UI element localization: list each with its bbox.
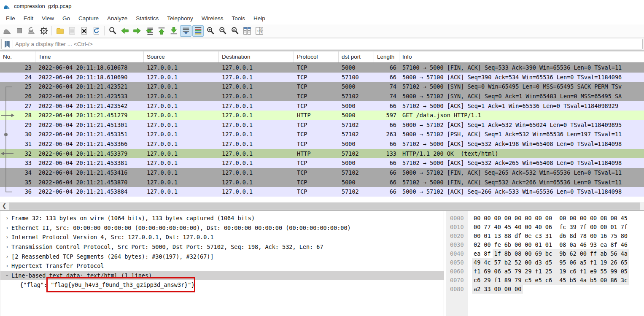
wireshark-fin-icon [3, 3, 11, 10]
menu-analyze[interactable]: Analyze [103, 14, 132, 23]
hex-offset-label: 0030 [446, 240, 468, 249]
title-bar: compression_gzip.pcap [0, 0, 644, 12]
column-header-no-[interactable]: No. [0, 51, 35, 62]
hex-row[interactable]: 002000011388df0ec331d68d7800167580 [446, 232, 644, 240]
packet-row[interactable]: 362022-06-04 20:11:21.453884127.0.0.1127… [0, 187, 644, 197]
detail-row[interactable]: ›Hypertext Transfer Protocol [0, 261, 444, 271]
display-filter-input[interactable] [15, 39, 641, 49]
capture-start-icon[interactable] [1, 25, 13, 37]
detail-row-flag-value[interactable]: {"flag": "flag{y0u_h4v3_f0und_th3_gzipp3… [0, 280, 444, 290]
zoom-out-icon[interactable] [217, 25, 228, 37]
detail-row[interactable]: ›Transmission Control Protocol, Src Port… [0, 242, 444, 252]
zoom-original-icon[interactable] [229, 25, 240, 37]
menu-edit[interactable]: Edit [19, 14, 38, 23]
column-header-protocol[interactable]: Protocol [294, 51, 339, 62]
close-file-icon[interactable] [78, 25, 90, 37]
hex-offset-label: 0050 [446, 258, 468, 267]
hex-row[interactable]: 0060f16906a57929f12519c6f1e9559905 [446, 267, 644, 276]
expander-closed-icon[interactable]: › [3, 244, 11, 250]
column-header-destination[interactable]: Destination [219, 51, 294, 62]
menu-file[interactable]: File [2, 14, 19, 23]
capture-options-icon[interactable] [38, 25, 49, 37]
packet-row[interactable]: 342022-06-04 20:11:21.453416127.0.0.1127… [0, 168, 644, 178]
expander-closed-icon[interactable]: › [3, 215, 11, 221]
hex-offset-label: 0070 [446, 276, 468, 285]
menu-help[interactable]: Help [249, 14, 269, 23]
detail-row[interactable]: ›Internet Protocol Version 4, Src: 127.0… [0, 232, 444, 242]
zoom-in-icon[interactable] [205, 25, 216, 37]
detail-row[interactable]: ›Ethernet II, Src: 00:00:00_00:00:00 (00… [0, 223, 444, 233]
packet-row[interactable]: 302022-06-04 20:11:21.453351127.0.0.1127… [0, 130, 644, 139]
menu-view[interactable]: View [38, 14, 58, 23]
hex-row[interactable]: 0070c629f18979c5e5c645b54ab500863c [446, 276, 644, 285]
packet-row[interactable]: 292022-06-04 20:11:21.451301127.0.0.1127… [0, 120, 644, 130]
reload-file-icon[interactable] [91, 25, 102, 37]
auto-scroll-toggle-icon[interactable] [180, 25, 191, 37]
capture-stop-icon[interactable] [13, 25, 25, 37]
hex-row[interactable]: 0050494c57b25200d3d59506a5f1192665 [446, 258, 644, 267]
display-filter-bar [0, 38, 644, 51]
toolbar-separator [51, 26, 52, 35]
detail-row[interactable]: ›[2 Reassembled TCP Segments (264 bytes)… [0, 251, 444, 261]
detail-row[interactable]: ›Frame 32: 133 bytes on wire (1064 bits)… [0, 213, 444, 223]
pane-layout-icon[interactable]: 123 [253, 25, 265, 37]
go-to-packet-icon[interactable] [143, 25, 155, 37]
hex-row[interactable]: 00300200fe6b00000101080a4693ea8f46 [446, 240, 644, 249]
detail-row[interactable]: ›Line-based text data: text/html (1 line… [0, 271, 444, 281]
menu-go[interactable]: Go [58, 14, 74, 23]
column-header-dst-port[interactable]: dst port [339, 51, 374, 62]
hex-row[interactable]: 00100077404540004006fc397f0000017f [446, 223, 644, 232]
hex-offset-label: 0080 [446, 285, 468, 294]
colorize-toggle-icon[interactable] [192, 25, 204, 37]
scrollbar-thumb[interactable] [9, 203, 640, 210]
filter-bookmark-icon[interactable] [3, 41, 11, 48]
hex-offset-label: 0040 [446, 249, 468, 258]
packet-row[interactable]: 312022-06-04 20:11:21.453366127.0.0.1127… [0, 139, 644, 149]
open-file-icon[interactable] [54, 25, 65, 37]
packet-row[interactable]: 322022-06-04 20:11:21.453379127.0.0.1127… [0, 149, 644, 159]
hex-row[interactable]: 0080a233000000 [446, 285, 644, 294]
column-header-source[interactable]: Source [144, 51, 219, 62]
packet-row[interactable]: 272022-06-04 20:11:21.423542127.0.0.1127… [0, 101, 644, 111]
column-header-length[interactable]: Length [374, 51, 399, 62]
hex-row[interactable]: 0000000000000000000000000000080045 [446, 214, 644, 223]
packet-row[interactable]: 262022-06-04 20:11:21.423533127.0.0.1127… [0, 92, 644, 101]
expander-closed-icon[interactable]: › [3, 225, 11, 231]
display-filter-field[interactable] [1, 39, 643, 49]
column-header-info[interactable]: Info [399, 51, 644, 62]
expander-closed-icon[interactable]: › [3, 254, 11, 259]
packet-row[interactable]: 352022-06-04 20:11:21.453870127.0.0.1127… [0, 178, 644, 187]
svg-text:1: 1 [257, 29, 259, 33]
menu-telephony[interactable]: Telephony [163, 14, 197, 23]
packet-row[interactable]: 232022-06-04 20:11:18.610678127.0.0.1127… [0, 63, 644, 73]
expander-closed-icon[interactable]: › [3, 234, 11, 240]
go-forward-icon[interactable] [131, 25, 143, 37]
resize-columns-icon[interactable] [241, 25, 253, 37]
menu-tools[interactable]: Tools [227, 14, 249, 23]
packet-list-hscrollbar[interactable]: ❮ [0, 202, 644, 210]
column-header-time[interactable]: Time [35, 51, 144, 62]
filter-divider [13, 40, 13, 48]
find-packet-icon[interactable] [107, 25, 118, 37]
menu-wireless[interactable]: Wireless [197, 14, 228, 23]
go-last-packet-icon[interactable] [168, 25, 179, 37]
packet-row[interactable]: 242022-06-04 20:11:18.610690127.0.0.1127… [0, 73, 644, 82]
expander-closed-icon[interactable]: › [3, 263, 11, 269]
capture-restart-icon[interactable] [26, 25, 37, 37]
packet-row[interactable]: 252022-06-04 20:11:21.423521127.0.0.1127… [0, 82, 644, 92]
save-file-icon[interactable] [66, 25, 78, 37]
go-back-icon[interactable] [119, 25, 130, 37]
expander-open-icon[interactable]: › [4, 271, 10, 280]
scroll-left-button[interactable]: ❮ [0, 202, 8, 210]
packet-bytes-pane: 0000000000000000000000000000080045001000… [446, 211, 644, 316]
packet-list-pane: No.TimeSourceDestinationProtocoldst port… [0, 51, 644, 202]
window-title: compression_gzip.pcap [14, 3, 72, 9]
hex-row[interactable]: 0040ea8f1f8b080069bc9b6200ffab564a [446, 249, 644, 258]
packet-row[interactable]: 282022-06-04 20:11:21.451279127.0.0.1127… [0, 111, 644, 120]
lower-panes: ›Frame 32: 133 bytes on wire (1064 bits)… [0, 210, 644, 316]
packet-row[interactable]: 332022-06-04 20:11:21.453381127.0.0.1127… [0, 158, 644, 168]
go-first-packet-icon[interactable] [156, 25, 167, 37]
menu-statistics[interactable]: Statistics [132, 14, 163, 23]
main-toolbar: 123 [0, 24, 644, 38]
menu-capture[interactable]: Capture [74, 14, 103, 23]
